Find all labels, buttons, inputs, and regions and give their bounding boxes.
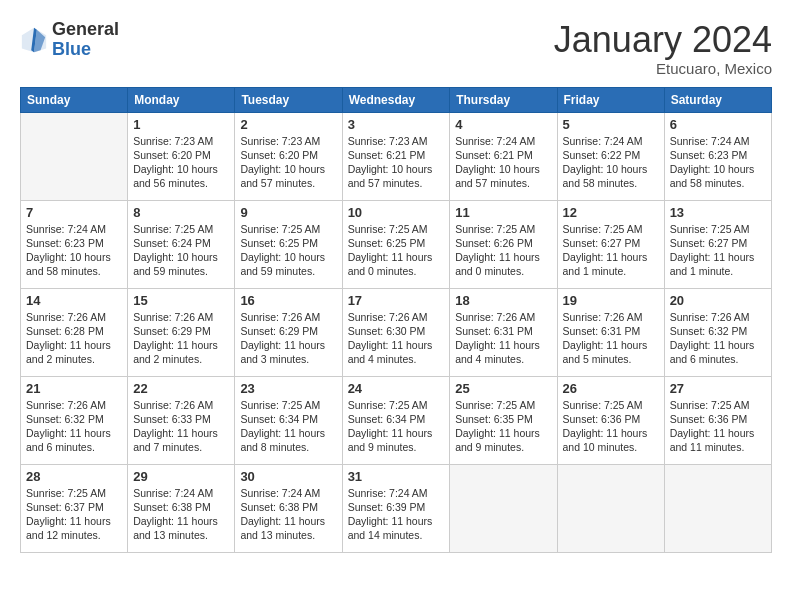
day-info: Sunrise: 7:25 AM Sunset: 6:34 PM Dayligh… <box>348 398 445 455</box>
day-info: Sunrise: 7:26 AM Sunset: 6:30 PM Dayligh… <box>348 310 445 367</box>
logo: General Blue <box>20 20 119 60</box>
day-info: Sunrise: 7:25 AM Sunset: 6:36 PM Dayligh… <box>563 398 659 455</box>
day-number: 23 <box>240 381 336 396</box>
day-info: Sunrise: 7:25 AM Sunset: 6:27 PM Dayligh… <box>563 222 659 279</box>
calendar-cell <box>557 464 664 552</box>
day-number: 15 <box>133 293 229 308</box>
day-info: Sunrise: 7:25 AM Sunset: 6:27 PM Dayligh… <box>670 222 766 279</box>
day-number: 27 <box>670 381 766 396</box>
day-info: Sunrise: 7:25 AM Sunset: 6:25 PM Dayligh… <box>240 222 336 279</box>
day-number: 24 <box>348 381 445 396</box>
day-info: Sunrise: 7:26 AM Sunset: 6:33 PM Dayligh… <box>133 398 229 455</box>
calendar-cell: 27Sunrise: 7:25 AM Sunset: 6:36 PM Dayli… <box>664 376 771 464</box>
day-number: 6 <box>670 117 766 132</box>
main-title: January 2024 <box>554 20 772 60</box>
calendar-cell: 9Sunrise: 7:25 AM Sunset: 6:25 PM Daylig… <box>235 200 342 288</box>
day-number: 7 <box>26 205 122 220</box>
day-info: Sunrise: 7:26 AM Sunset: 6:31 PM Dayligh… <box>563 310 659 367</box>
calendar-cell: 4Sunrise: 7:24 AM Sunset: 6:21 PM Daylig… <box>450 112 557 200</box>
day-number: 21 <box>26 381 122 396</box>
calendar-cell <box>21 112 128 200</box>
day-info: Sunrise: 7:25 AM Sunset: 6:37 PM Dayligh… <box>26 486 122 543</box>
day-info: Sunrise: 7:26 AM Sunset: 6:29 PM Dayligh… <box>133 310 229 367</box>
calendar-cell: 10Sunrise: 7:25 AM Sunset: 6:25 PM Dayli… <box>342 200 450 288</box>
page: General Blue January 2024 Etucuaro, Mexi… <box>0 0 792 612</box>
day-number: 16 <box>240 293 336 308</box>
day-info: Sunrise: 7:25 AM Sunset: 6:35 PM Dayligh… <box>455 398 551 455</box>
calendar-cell: 22Sunrise: 7:26 AM Sunset: 6:33 PM Dayli… <box>128 376 235 464</box>
calendar-cell <box>450 464 557 552</box>
calendar-cell: 5Sunrise: 7:24 AM Sunset: 6:22 PM Daylig… <box>557 112 664 200</box>
calendar-cell: 14Sunrise: 7:26 AM Sunset: 6:28 PM Dayli… <box>21 288 128 376</box>
day-info: Sunrise: 7:25 AM Sunset: 6:36 PM Dayligh… <box>670 398 766 455</box>
calendar-cell: 1Sunrise: 7:23 AM Sunset: 6:20 PM Daylig… <box>128 112 235 200</box>
calendar-cell: 30Sunrise: 7:24 AM Sunset: 6:38 PM Dayli… <box>235 464 342 552</box>
day-info: Sunrise: 7:25 AM Sunset: 6:34 PM Dayligh… <box>240 398 336 455</box>
week-row-4: 21Sunrise: 7:26 AM Sunset: 6:32 PM Dayli… <box>21 376 772 464</box>
day-info: Sunrise: 7:23 AM Sunset: 6:20 PM Dayligh… <box>133 134 229 191</box>
week-row-5: 28Sunrise: 7:25 AM Sunset: 6:37 PM Dayli… <box>21 464 772 552</box>
calendar-cell: 25Sunrise: 7:25 AM Sunset: 6:35 PM Dayli… <box>450 376 557 464</box>
day-info: Sunrise: 7:23 AM Sunset: 6:21 PM Dayligh… <box>348 134 445 191</box>
day-number: 20 <box>670 293 766 308</box>
day-number: 30 <box>240 469 336 484</box>
calendar-cell: 2Sunrise: 7:23 AM Sunset: 6:20 PM Daylig… <box>235 112 342 200</box>
col-wednesday: Wednesday <box>342 87 450 112</box>
col-monday: Monday <box>128 87 235 112</box>
subtitle: Etucuaro, Mexico <box>554 60 772 77</box>
day-number: 28 <box>26 469 122 484</box>
day-info: Sunrise: 7:26 AM Sunset: 6:29 PM Dayligh… <box>240 310 336 367</box>
week-row-2: 7Sunrise: 7:24 AM Sunset: 6:23 PM Daylig… <box>21 200 772 288</box>
day-number: 4 <box>455 117 551 132</box>
day-number: 11 <box>455 205 551 220</box>
day-number: 22 <box>133 381 229 396</box>
calendar-cell: 6Sunrise: 7:24 AM Sunset: 6:23 PM Daylig… <box>664 112 771 200</box>
day-number: 29 <box>133 469 229 484</box>
calendar-cell: 8Sunrise: 7:25 AM Sunset: 6:24 PM Daylig… <box>128 200 235 288</box>
day-number: 18 <box>455 293 551 308</box>
calendar-cell: 3Sunrise: 7:23 AM Sunset: 6:21 PM Daylig… <box>342 112 450 200</box>
day-info: Sunrise: 7:24 AM Sunset: 6:22 PM Dayligh… <box>563 134 659 191</box>
day-info: Sunrise: 7:24 AM Sunset: 6:23 PM Dayligh… <box>26 222 122 279</box>
day-info: Sunrise: 7:25 AM Sunset: 6:25 PM Dayligh… <box>348 222 445 279</box>
day-number: 8 <box>133 205 229 220</box>
calendar-cell: 24Sunrise: 7:25 AM Sunset: 6:34 PM Dayli… <box>342 376 450 464</box>
logo-icon <box>20 26 48 54</box>
calendar-cell <box>664 464 771 552</box>
calendar-cell: 16Sunrise: 7:26 AM Sunset: 6:29 PM Dayli… <box>235 288 342 376</box>
day-info: Sunrise: 7:26 AM Sunset: 6:32 PM Dayligh… <box>670 310 766 367</box>
day-info: Sunrise: 7:24 AM Sunset: 6:39 PM Dayligh… <box>348 486 445 543</box>
day-number: 9 <box>240 205 336 220</box>
day-number: 12 <box>563 205 659 220</box>
calendar-cell: 31Sunrise: 7:24 AM Sunset: 6:39 PM Dayli… <box>342 464 450 552</box>
calendar-cell: 28Sunrise: 7:25 AM Sunset: 6:37 PM Dayli… <box>21 464 128 552</box>
day-info: Sunrise: 7:24 AM Sunset: 6:21 PM Dayligh… <box>455 134 551 191</box>
week-row-3: 14Sunrise: 7:26 AM Sunset: 6:28 PM Dayli… <box>21 288 772 376</box>
calendar-cell: 17Sunrise: 7:26 AM Sunset: 6:30 PM Dayli… <box>342 288 450 376</box>
day-number: 3 <box>348 117 445 132</box>
day-number: 26 <box>563 381 659 396</box>
calendar-cell: 23Sunrise: 7:25 AM Sunset: 6:34 PM Dayli… <box>235 376 342 464</box>
logo-general: General <box>52 20 119 40</box>
day-info: Sunrise: 7:26 AM Sunset: 6:31 PM Dayligh… <box>455 310 551 367</box>
day-number: 2 <box>240 117 336 132</box>
day-number: 25 <box>455 381 551 396</box>
day-number: 5 <box>563 117 659 132</box>
col-thursday: Thursday <box>450 87 557 112</box>
col-tuesday: Tuesday <box>235 87 342 112</box>
day-number: 10 <box>348 205 445 220</box>
day-info: Sunrise: 7:25 AM Sunset: 6:24 PM Dayligh… <box>133 222 229 279</box>
col-sunday: Sunday <box>21 87 128 112</box>
day-info: Sunrise: 7:25 AM Sunset: 6:26 PM Dayligh… <box>455 222 551 279</box>
day-number: 19 <box>563 293 659 308</box>
header: General Blue January 2024 Etucuaro, Mexi… <box>20 20 772 77</box>
day-number: 13 <box>670 205 766 220</box>
calendar-cell: 26Sunrise: 7:25 AM Sunset: 6:36 PM Dayli… <box>557 376 664 464</box>
calendar-cell: 11Sunrise: 7:25 AM Sunset: 6:26 PM Dayli… <box>450 200 557 288</box>
title-block: January 2024 Etucuaro, Mexico <box>554 20 772 77</box>
calendar-cell: 12Sunrise: 7:25 AM Sunset: 6:27 PM Dayli… <box>557 200 664 288</box>
calendar-cell: 29Sunrise: 7:24 AM Sunset: 6:38 PM Dayli… <box>128 464 235 552</box>
calendar-header-row: Sunday Monday Tuesday Wednesday Thursday… <box>21 87 772 112</box>
logo-blue: Blue <box>52 40 119 60</box>
day-info: Sunrise: 7:23 AM Sunset: 6:20 PM Dayligh… <box>240 134 336 191</box>
